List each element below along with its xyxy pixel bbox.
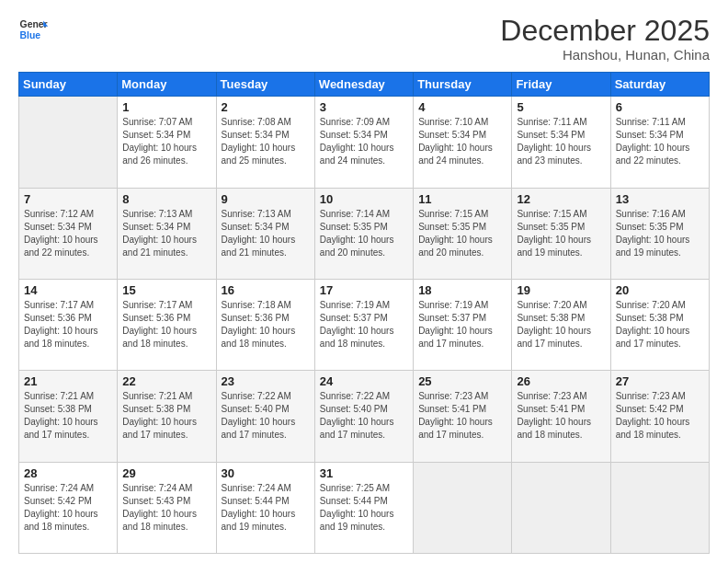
- day-info: Sunrise: 7:11 AMSunset: 5:34 PMDaylight:…: [517, 116, 605, 167]
- day-cell: 28Sunrise: 7:24 AMSunset: 5:42 PMDayligh…: [19, 462, 118, 553]
- day-number: 13: [616, 192, 704, 206]
- day-cell: 15Sunrise: 7:17 AMSunset: 5:36 PMDayligh…: [118, 279, 216, 370]
- logo: General Blue: [18, 15, 48, 44]
- day-cell: 1Sunrise: 7:07 AMSunset: 5:34 PMDaylight…: [118, 97, 216, 188]
- day-info: Sunrise: 7:20 AMSunset: 5:38 PMDaylight:…: [616, 299, 704, 350]
- day-cell: 23Sunrise: 7:22 AMSunset: 5:40 PMDayligh…: [216, 371, 314, 462]
- day-info: Sunrise: 7:22 AMSunset: 5:40 PMDaylight:…: [320, 390, 408, 442]
- day-info: Sunrise: 7:24 AMSunset: 5:43 PMDaylight:…: [122, 482, 210, 534]
- day-info: Sunrise: 7:24 AMSunset: 5:44 PMDaylight:…: [222, 482, 310, 534]
- week-row-0: 1Sunrise: 7:07 AMSunset: 5:34 PMDaylight…: [19, 97, 710, 188]
- day-number: 21: [24, 374, 112, 388]
- day-info: Sunrise: 7:21 AMSunset: 5:38 PMDaylight:…: [122, 390, 210, 442]
- location: Hanshou, Hunan, China: [500, 47, 710, 63]
- day-cell: 6Sunrise: 7:11 AMSunset: 5:34 PMDaylight…: [610, 97, 709, 188]
- day-cell: 12Sunrise: 7:15 AMSunset: 5:35 PMDayligh…: [512, 188, 610, 279]
- day-info: Sunrise: 7:21 AMSunset: 5:38 PMDaylight:…: [24, 390, 112, 442]
- day-number: 12: [517, 192, 605, 206]
- day-number: 28: [24, 466, 112, 480]
- svg-text:Blue: Blue: [20, 30, 41, 40]
- day-cell: 10Sunrise: 7:14 AMSunset: 5:35 PMDayligh…: [314, 188, 413, 279]
- col-header-friday: Friday: [512, 73, 610, 97]
- day-number: 29: [122, 466, 210, 480]
- day-cell: [610, 462, 709, 553]
- day-number: 11: [418, 192, 506, 206]
- day-cell: 8Sunrise: 7:13 AMSunset: 5:34 PMDaylight…: [118, 188, 216, 279]
- day-info: Sunrise: 7:07 AMSunset: 5:34 PMDaylight:…: [122, 116, 210, 167]
- day-number: 3: [320, 100, 408, 114]
- calendar-header-row: SundayMondayTuesdayWednesdayThursdayFrid…: [19, 73, 710, 97]
- day-info: Sunrise: 7:10 AMSunset: 5:34 PMDaylight:…: [418, 116, 506, 167]
- day-info: Sunrise: 7:17 AMSunset: 5:36 PMDaylight:…: [24, 299, 112, 350]
- day-cell: 26Sunrise: 7:23 AMSunset: 5:41 PMDayligh…: [512, 371, 610, 462]
- day-number: 5: [517, 100, 605, 114]
- day-number: 20: [616, 283, 704, 297]
- day-info: Sunrise: 7:23 AMSunset: 5:41 PMDaylight:…: [418, 390, 506, 442]
- day-number: 4: [418, 100, 506, 114]
- day-cell: 30Sunrise: 7:24 AMSunset: 5:44 PMDayligh…: [216, 462, 314, 553]
- day-info: Sunrise: 7:11 AMSunset: 5:34 PMDaylight:…: [616, 116, 704, 167]
- col-header-thursday: Thursday: [414, 73, 512, 97]
- day-info: Sunrise: 7:19 AMSunset: 5:37 PMDaylight:…: [418, 299, 506, 350]
- page: General Blue December 2025 Hanshou, Huna…: [0, 0, 728, 563]
- day-cell: [512, 462, 610, 553]
- day-number: 9: [222, 192, 310, 206]
- col-header-wednesday: Wednesday: [314, 73, 413, 97]
- day-cell: 24Sunrise: 7:22 AMSunset: 5:40 PMDayligh…: [314, 371, 413, 462]
- day-number: 17: [320, 283, 408, 297]
- day-cell: 17Sunrise: 7:19 AMSunset: 5:37 PMDayligh…: [314, 279, 413, 370]
- day-number: 31: [320, 466, 408, 480]
- day-number: 7: [24, 192, 112, 206]
- day-info: Sunrise: 7:25 AMSunset: 5:44 PMDaylight:…: [320, 482, 408, 534]
- day-info: Sunrise: 7:08 AMSunset: 5:34 PMDaylight:…: [222, 116, 310, 167]
- day-cell: 9Sunrise: 7:13 AMSunset: 5:34 PMDaylight…: [216, 188, 314, 279]
- day-cell: 22Sunrise: 7:21 AMSunset: 5:38 PMDayligh…: [118, 371, 216, 462]
- day-info: Sunrise: 7:23 AMSunset: 5:42 PMDaylight:…: [616, 390, 704, 442]
- day-cell: 11Sunrise: 7:15 AMSunset: 5:35 PMDayligh…: [414, 188, 512, 279]
- day-cell: 29Sunrise: 7:24 AMSunset: 5:43 PMDayligh…: [118, 462, 216, 553]
- day-cell: 21Sunrise: 7:21 AMSunset: 5:38 PMDayligh…: [19, 371, 118, 462]
- day-cell: 16Sunrise: 7:18 AMSunset: 5:36 PMDayligh…: [216, 279, 314, 370]
- day-number: 14: [24, 283, 112, 297]
- day-number: 8: [122, 192, 210, 206]
- header: General Blue December 2025 Hanshou, Huna…: [18, 15, 710, 63]
- day-cell: 18Sunrise: 7:19 AMSunset: 5:37 PMDayligh…: [414, 279, 512, 370]
- week-row-2: 14Sunrise: 7:17 AMSunset: 5:36 PMDayligh…: [19, 279, 710, 370]
- day-number: 6: [616, 100, 704, 114]
- day-info: Sunrise: 7:15 AMSunset: 5:35 PMDaylight:…: [517, 208, 605, 259]
- day-info: Sunrise: 7:13 AMSunset: 5:34 PMDaylight:…: [222, 208, 310, 259]
- day-info: Sunrise: 7:23 AMSunset: 5:41 PMDaylight:…: [517, 390, 605, 442]
- day-cell: 5Sunrise: 7:11 AMSunset: 5:34 PMDaylight…: [512, 97, 610, 188]
- day-number: 23: [222, 374, 310, 388]
- day-number: 24: [320, 374, 408, 388]
- day-cell: 19Sunrise: 7:20 AMSunset: 5:38 PMDayligh…: [512, 279, 610, 370]
- col-header-monday: Monday: [118, 73, 216, 97]
- day-number: 25: [418, 374, 506, 388]
- day-number: 19: [517, 283, 605, 297]
- day-info: Sunrise: 7:22 AMSunset: 5:40 PMDaylight:…: [222, 390, 310, 442]
- day-cell: 31Sunrise: 7:25 AMSunset: 5:44 PMDayligh…: [314, 462, 413, 553]
- day-info: Sunrise: 7:18 AMSunset: 5:36 PMDaylight:…: [222, 299, 310, 350]
- day-cell: 27Sunrise: 7:23 AMSunset: 5:42 PMDayligh…: [610, 371, 709, 462]
- day-number: 26: [517, 374, 605, 388]
- day-number: 22: [122, 374, 210, 388]
- day-info: Sunrise: 7:16 AMSunset: 5:35 PMDaylight:…: [616, 208, 704, 259]
- month-title: December 2025: [500, 15, 710, 47]
- day-info: Sunrise: 7:20 AMSunset: 5:38 PMDaylight:…: [517, 299, 605, 350]
- title-block: December 2025 Hanshou, Hunan, China: [500, 15, 710, 63]
- day-info: Sunrise: 7:13 AMSunset: 5:34 PMDaylight:…: [122, 208, 210, 259]
- day-number: 10: [320, 192, 408, 206]
- day-cell: [414, 462, 512, 553]
- day-info: Sunrise: 7:14 AMSunset: 5:35 PMDaylight:…: [320, 208, 408, 259]
- day-cell: 14Sunrise: 7:17 AMSunset: 5:36 PMDayligh…: [19, 279, 118, 370]
- day-cell: 7Sunrise: 7:12 AMSunset: 5:34 PMDaylight…: [19, 188, 118, 279]
- day-info: Sunrise: 7:24 AMSunset: 5:42 PMDaylight:…: [24, 482, 112, 534]
- day-cell: 3Sunrise: 7:09 AMSunset: 5:34 PMDaylight…: [314, 97, 413, 188]
- col-header-saturday: Saturday: [610, 73, 709, 97]
- day-info: Sunrise: 7:15 AMSunset: 5:35 PMDaylight:…: [418, 208, 506, 259]
- week-row-3: 21Sunrise: 7:21 AMSunset: 5:38 PMDayligh…: [19, 371, 710, 462]
- day-info: Sunrise: 7:09 AMSunset: 5:34 PMDaylight:…: [320, 116, 408, 167]
- day-number: 2: [222, 100, 310, 114]
- day-number: 30: [222, 466, 310, 480]
- day-number: 1: [122, 100, 210, 114]
